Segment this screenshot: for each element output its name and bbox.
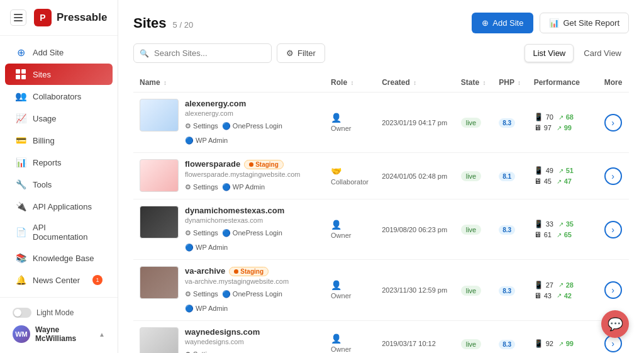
role-cell: 🤝 Collaborator — [325, 153, 375, 199]
staging-badge: Staging — [229, 267, 269, 276]
sidebar-item-tools[interactable]: 🔧 Tools — [5, 174, 113, 195]
action-wp-admin[interactable]: 🔵 WP Admin — [185, 242, 228, 253]
svg-rect-3 — [16, 69, 20, 74]
site-thumbnail — [140, 266, 179, 299]
action-wp-admin[interactable]: 🔵 WP Admin — [185, 135, 228, 146]
perf-arrow-desktop: ↗ — [557, 232, 562, 238]
action-settings[interactable]: ⚙ Settings — [185, 182, 218, 193]
col-header-more: More — [598, 73, 629, 92]
sidebar-nav: ⊕ Add Site Sites 👥 Collaborators 📈 Usage… — [0, 36, 118, 297]
toolbar: 🔍 ⚙ Filter List View Card View — [133, 43, 629, 63]
action-wp-admin[interactable]: 🔵 WP Admin — [185, 303, 228, 314]
mobile-icon: 📱 — [534, 339, 543, 348]
dark-mode-switch[interactable] — [13, 308, 31, 318]
page-header: Sites 5 / 20 ⊕ Add Site 📊 Get Site Repor… — [133, 13, 629, 33]
sidebar-item-sites[interactable]: Sites — [5, 64, 113, 85]
action-settings[interactable]: ⚙ Settings — [185, 349, 218, 353]
chat-bubble-button[interactable]: 💬 — [601, 310, 629, 338]
sidebar-item-news-center[interactable]: 🔔 News Center 1 — [5, 269, 113, 291]
user-name: Wayne McWilliams — [35, 325, 94, 343]
main-content-area: Sites 5 / 20 ⊕ Add Site 📊 Get Site Repor… — [118, 0, 644, 353]
created-cell: 2023/11/30 12:59 pm — [375, 260, 455, 321]
col-header-state: State ↕ — [455, 73, 493, 92]
filter-button[interactable]: ⚙ Filter — [277, 43, 325, 63]
card-view-button[interactable]: Card View — [576, 44, 629, 62]
more-button[interactable]: › — [604, 221, 622, 238]
site-action-links: ⚙ Settings🔵 WP Admin — [185, 182, 300, 193]
site-action-links: ⚙ Settings🔵 OnePress Login🔵 WP Admin — [185, 121, 318, 146]
site-domain: dynamichomestexas.com — [185, 206, 318, 215]
add-site-btn-label: Add Site — [492, 18, 523, 28]
site-action-links: ⚙ Settings🔵 OnePress Login🔵 WP Admin — [185, 289, 318, 314]
site-action-links: ⚙ Settings🔵 OnePress Login🔵 WP Admin — [185, 228, 318, 253]
news-badge: 1 — [92, 275, 103, 285]
more-button[interactable]: › — [604, 114, 622, 132]
action-onepress-login[interactable]: 🔵 OnePress Login — [222, 289, 282, 300]
name-sort-icon[interactable]: ↕ — [164, 79, 167, 86]
php-sort-icon[interactable]: ↕ — [518, 79, 521, 86]
add-site-button[interactable]: ⊕ Add Site — [472, 13, 533, 33]
state-badge: live — [461, 171, 482, 181]
mobile-perf: 📱 49 ↗ 51 — [534, 166, 592, 175]
table-row: alexenergy.com alexenergy.com ⚙ Settings… — [133, 92, 629, 153]
state-sort-icon[interactable]: ↕ — [482, 79, 486, 86]
sidebar-item-api-docs[interactable]: 📄 API Documentation — [5, 218, 113, 247]
mobile-perf: 📱 70 ↗ 68 — [534, 113, 592, 121]
sidebar-item-usage[interactable]: 📈 Usage — [5, 108, 113, 129]
sidebar-item-collaborators[interactable]: 👥 Collaborators — [5, 86, 113, 107]
more-cell: › — [598, 92, 629, 153]
action-wp-admin[interactable]: 🔵 WP Admin — [222, 182, 265, 193]
mobile-score-new: 51 — [566, 167, 574, 174]
user-chevron-icon: ▲ — [99, 331, 105, 338]
created-sort-icon[interactable]: ↕ — [413, 79, 416, 86]
state-cell: live — [455, 260, 493, 321]
staging-badge: Staging — [244, 160, 284, 169]
header-actions: ⊕ Add Site 📊 Get Site Report — [472, 13, 629, 33]
perf-arrow: ↗ — [558, 221, 564, 228]
sidebar-item-add-site[interactable]: ⊕ Add Site — [5, 42, 113, 63]
sidebar-item-api-applications[interactable]: 🔌 API Applications — [5, 196, 113, 217]
perf-arrow-desktop: ↗ — [557, 178, 562, 185]
sidebar-item-billing[interactable]: 💳 Billing — [5, 130, 113, 151]
performance-cell: 📱 33 ↗ 35 🖥 61 ↗ 65 — [534, 220, 592, 239]
state-cell: live — [455, 92, 493, 153]
role-text: Collaborator — [331, 178, 369, 186]
desktop-perf: 🖥 45 ↗ 47 — [534, 177, 592, 186]
staging-dot — [249, 162, 253, 167]
site-subdomain: flowersparade.mystagingwebsite.com — [185, 171, 300, 178]
user-profile-row[interactable]: WM Wayne McWilliams ▲ — [8, 322, 110, 347]
state-badge: live — [461, 118, 482, 128]
php-badge: 8.3 — [499, 118, 515, 128]
sidebar: P Pressable ⊕ Add Site Sites 👥 Collabora… — [0, 0, 118, 353]
role-sort-icon[interactable]: ↕ — [350, 79, 353, 86]
more-button[interactable]: › — [604, 281, 622, 299]
perf-arrow: ↗ — [558, 167, 564, 174]
created-cell: 2019/03/17 10:12 — [375, 321, 455, 354]
dark-mode-toggle[interactable]: Light Mode — [8, 304, 110, 322]
perf-arrow: ↗ — [558, 340, 564, 347]
action-onepress-login[interactable]: 🔵 OnePress Login — [222, 121, 282, 132]
perf-col: 📱 92 ↗ 99 — [528, 321, 598, 354]
search-input[interactable] — [133, 43, 272, 63]
mobile-score: 33 — [546, 220, 556, 228]
sidebar-item-reports[interactable]: 📊 Reports — [5, 152, 113, 173]
thumb-placeholder — [140, 328, 178, 353]
thumb-placeholder — [140, 206, 178, 238]
more-button[interactable]: › — [604, 167, 622, 185]
menu-icon[interactable] — [10, 9, 26, 26]
desktop-perf: 🖥 43 ↗ 42 — [534, 291, 592, 300]
get-site-report-button[interactable]: 📊 Get Site Report — [540, 13, 629, 33]
action-settings[interactable]: ⚙ Settings — [185, 228, 218, 238]
action-settings[interactable]: ⚙ Settings — [185, 289, 218, 300]
sidebar-item-knowledge-base[interactable]: 📚 Knowledge Base — [5, 247, 113, 269]
billing-icon: 💳 — [15, 135, 26, 146]
action-settings[interactable]: ⚙ Settings — [185, 121, 218, 132]
col-header-role: Role ↕ — [325, 73, 375, 92]
list-view-button[interactable]: List View — [525, 44, 574, 62]
add-site-icon: ⊕ — [15, 47, 26, 58]
svg-rect-6 — [21, 75, 26, 79]
desktop-icon: 🖥 — [534, 177, 541, 186]
perf-arrow-desktop: ↗ — [557, 292, 562, 299]
action-onepress-login[interactable]: 🔵 OnePress Login — [222, 228, 282, 238]
site-subdomain: alexenergy.com — [185, 109, 318, 117]
